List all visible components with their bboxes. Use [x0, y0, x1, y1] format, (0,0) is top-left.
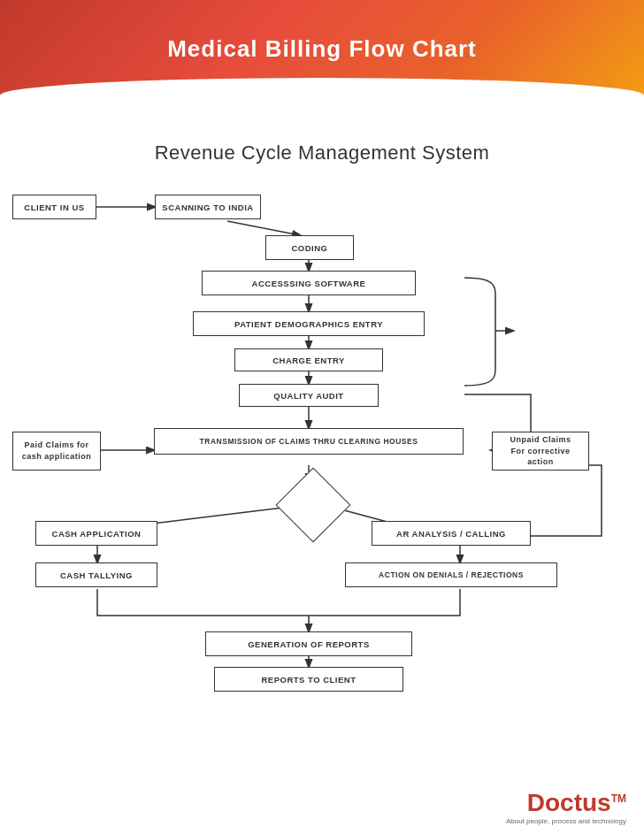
footer-logo: DoctusTM: [506, 789, 626, 817]
paid-claims-box: Paid Claims for cash application: [12, 432, 101, 471]
cash-application-box: CASH APPLICATION: [35, 521, 157, 546]
subtitle: Revenue Cycle Management System: [0, 142, 644, 165]
reports-to-client-box: REPORTS TO CLIENT: [214, 667, 403, 692]
header-title: Medical Billing Flow Chart: [167, 35, 477, 63]
svg-line-1: [227, 221, 300, 235]
transmission-box: TRANSMISSION OF CLAIMS THRU CLEARING HOU…: [154, 428, 464, 455]
action-denials-box: ACTION ON DENIALS / REJECTIONS: [345, 562, 557, 587]
gen-reports-box: GENERATION OF REPORTS: [205, 631, 412, 656]
accessing-software-box: ACCESSSING SOFTWARE: [202, 271, 416, 295]
client-in-us-box: CLIENT IN US: [12, 195, 96, 219]
patient-demographics-box: PATIENT DEMOGRAPHICS ENTRY: [193, 311, 425, 336]
footer-tagline: About people, process and technology: [506, 817, 626, 825]
charge-entry-box: CHARGE ENTRY: [234, 348, 383, 371]
cash-tallying-box: CASH TALLYING: [35, 562, 157, 587]
decision-diamond: [276, 468, 351, 543]
scanning-to-india-box: SCANNING TO INDIA: [155, 195, 261, 219]
coding-box: CODING: [265, 235, 354, 260]
header: Medical Billing Flow Chart: [0, 0, 644, 97]
footer: DoctusTM About people, process and techn…: [506, 789, 626, 825]
ar-analysis-box: AR ANALYSIS / CALLING: [372, 521, 531, 546]
quality-audit-box: QUALITY AUDIT: [239, 384, 379, 407]
flowchart: CLIENT IN US SCANNING TO INDIA CODING AC…: [0, 182, 644, 766]
unpaid-claims-box: Unpaid Claims For corrective action: [492, 432, 589, 471]
